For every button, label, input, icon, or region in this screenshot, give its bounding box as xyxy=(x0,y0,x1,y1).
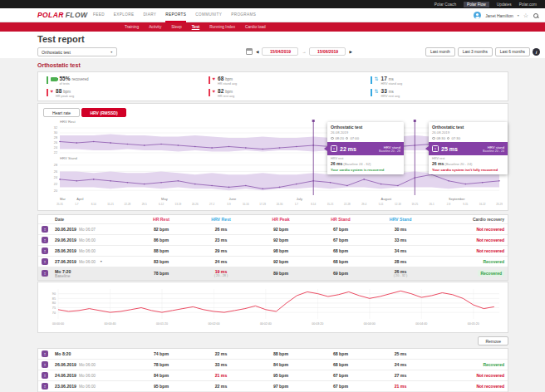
svg-text:June: June xyxy=(229,197,237,201)
metric-unit: ms xyxy=(389,90,394,94)
date-text: 23.06.2019 xyxy=(55,384,76,389)
time-text: Mo 06:00 xyxy=(79,260,96,264)
svg-text:00:02:40: 00:02:40 xyxy=(260,322,272,326)
date-from-input[interactable]: 15/04/2019 xyxy=(262,47,298,56)
test-row[interactable]: ↕23.06.2019Mo 06:0095 bpm22 ms97 bpm67 b… xyxy=(38,381,508,392)
test-row[interactable]: ↕29.06.2019Mo 06:0086 bpm23 ms92 bpm67 b… xyxy=(38,235,508,246)
test-row[interactable]: ↕27.06.2019Mo 06:00▼83 bpm24 ms92 bpm68 … xyxy=(38,257,508,267)
test-row[interactable]: ↕26.06.2019Mo 06:0078 bpm33 ms84 bpm68 b… xyxy=(38,360,508,370)
value-cell: 67 bpm xyxy=(311,238,371,243)
svg-text:23-29: 23-29 xyxy=(496,203,503,206)
value-cell: 22 ms xyxy=(191,384,251,389)
value-cell: 92 bpm xyxy=(251,259,311,264)
test-row[interactable]: ↕28.06.2019Mo 06:0088 bpm29 ms98 bpm68 b… xyxy=(38,246,508,257)
svg-text:HRV Stand: HRV Stand xyxy=(60,156,78,160)
topbar-link[interactable]: Polar Coach xyxy=(435,2,456,7)
test-row[interactable]: ↕Mo 8:2074 bpm22 ms88 bpm68 bpm25 ms xyxy=(38,349,508,360)
nav-item-community[interactable]: COMMUNITY xyxy=(195,8,222,22)
svg-text:September: September xyxy=(449,197,465,201)
chart-tooltip-1: Orthostatic test 26.08.2019 08:20 07:00 … xyxy=(327,122,404,174)
remove-button[interactable]: Remove xyxy=(478,336,508,345)
test-type-select[interactable]: Orthostatic test ▼ xyxy=(37,47,117,56)
nav-item-reports[interactable]: REPORTS xyxy=(165,8,186,22)
svg-text:00:00:00: 00:00:00 xyxy=(52,322,64,326)
subnav-item-test[interactable]: Test xyxy=(192,22,200,32)
topbar-link[interactable]: Polar Flow xyxy=(464,2,489,7)
svg-text:10-16: 10-16 xyxy=(243,203,249,206)
date-to-input[interactable]: 15/06/2019 xyxy=(309,47,346,56)
chart-tooltip-2: Orthostatic test 26.08.2019 08:30 07:30 … xyxy=(429,122,508,174)
nav-item-programs[interactable]: PROGRAMS xyxy=(231,8,256,22)
tooltip-duration: 07:30 xyxy=(451,136,459,140)
last-month-button[interactable]: Last month xyxy=(425,47,455,56)
hrv-toggle[interactable]: HRV (RMSSD) xyxy=(81,108,126,117)
nav-item-explore[interactable]: EXPLORE xyxy=(114,8,135,22)
nav-item-diary[interactable]: DIARY xyxy=(143,8,156,22)
value-cell: 67 bpm xyxy=(311,373,371,378)
next-period-arrow[interactable]: ▶ xyxy=(349,50,351,54)
svg-text:00:05:20: 00:05:20 xyxy=(468,322,479,326)
subnav-item-sleep[interactable]: Sleep xyxy=(171,22,181,32)
svg-text:6-12: 6-12 xyxy=(159,203,164,206)
heart-rate-toggle[interactable]: Heart rate xyxy=(43,108,80,117)
expand-caret-icon[interactable]: ▼ xyxy=(100,260,102,263)
subnav-item-training[interactable]: Training xyxy=(125,22,139,32)
value-cell: 21 ms xyxy=(191,373,251,378)
hrv-rest-label: HRV rest xyxy=(331,157,400,160)
svg-text:24: 24 xyxy=(54,176,57,179)
baseline-range: ( 20 - 28 ) xyxy=(191,274,251,277)
svg-text:20: 20 xyxy=(54,189,57,193)
favorites-star-icon[interactable]: ☆ xyxy=(523,12,528,19)
hrv-rest-baseline: (Baseline 20 - 24) xyxy=(444,162,472,166)
metric-value: 88 xyxy=(56,88,61,94)
svg-text:17-23: 17-23 xyxy=(259,203,266,206)
last-3-months-button[interactable]: Last 3 months xyxy=(458,47,493,56)
value-cell: 68 bpm xyxy=(311,248,371,253)
metric-sublabel: HRV stand avg xyxy=(381,82,402,86)
row-icon-wrap: ↕ xyxy=(42,350,55,357)
value-cell: 78 bpm xyxy=(131,271,191,276)
metric-value: 55% xyxy=(60,76,71,81)
svg-text:32: 32 xyxy=(54,126,57,130)
svg-text:26: 26 xyxy=(54,170,57,174)
time-text: Mo 06:00 xyxy=(79,238,96,243)
row-icon-wrap: ↕ xyxy=(42,247,55,254)
test-date-cell: 27.06.2019Mo 06:00▼ xyxy=(55,259,131,264)
topbar-link[interactable]: Updates xyxy=(497,2,512,7)
subnav-item-cardio-load[interactable]: Cardio load xyxy=(245,22,266,32)
test-row[interactable]: ↕30.06.2019Mo 06:0782 bpm26 ms92 bpm67 b… xyxy=(38,224,508,235)
value-cell: 67 bpm xyxy=(311,384,371,389)
svg-text:29-5: 29-5 xyxy=(142,203,147,206)
time-text: Mo 06:00 xyxy=(79,374,96,378)
test-row[interactable]: ↕24.06.2019Mo 06:0084 bpm21 ms95 bpm67 b… xyxy=(38,370,508,381)
summary-metric: ♥88bpmHR peak avg xyxy=(47,88,89,98)
search-icon[interactable] xyxy=(533,12,538,18)
page-title: Test report xyxy=(37,34,85,44)
remove-bar: Remove xyxy=(37,336,508,345)
recovery-cell: Recovered xyxy=(430,362,504,367)
subnav-item-activity[interactable]: Activity xyxy=(149,22,161,32)
section-title: Orthostatic test xyxy=(37,62,81,68)
last-6-months-button[interactable]: Last 6 months xyxy=(495,47,530,56)
calendar-icon[interactable] xyxy=(246,48,253,55)
subnav-item-running-index[interactable]: Running Index xyxy=(209,22,235,32)
nav-item-feed[interactable]: FEED xyxy=(93,8,105,22)
info-button[interactable]: i xyxy=(533,48,540,56)
recovery-cell: Recovered xyxy=(430,259,504,264)
prev-period-arrow[interactable]: ◀ xyxy=(256,50,258,54)
user-name: Janet Hamilton xyxy=(485,13,513,18)
hrv-stand-baseline: Baseline 20 - 28 xyxy=(379,149,400,153)
value-cell: 84 bpm xyxy=(131,373,191,378)
topbar-link[interactable]: Polar.com xyxy=(519,2,537,7)
hrv-stand-banner: ↕ 22 ms HRV stand Baseline 20 - 28 xyxy=(327,142,404,155)
date-text: Mo 8:20 xyxy=(55,351,71,356)
test-row[interactable]: ↕Mo 7:20Baseline78 bpm19 ms( 20 - 28 )89… xyxy=(38,267,508,280)
hrv-rest-value: 26 ms xyxy=(432,161,444,166)
svg-text:8-14: 8-14 xyxy=(311,203,316,206)
user-menu[interactable]: Janet Hamilton ▾ ☆ xyxy=(474,8,538,22)
hrv-arrows-icon: ⇅ xyxy=(375,76,379,83)
svg-text:27-2: 27-2 xyxy=(209,203,214,206)
polar-flow-logo[interactable]: POLARFLOW xyxy=(37,8,87,22)
tooltip-date: 26.08.2019 xyxy=(432,130,504,135)
orthostatic-test-icon: ↕ xyxy=(42,226,48,233)
